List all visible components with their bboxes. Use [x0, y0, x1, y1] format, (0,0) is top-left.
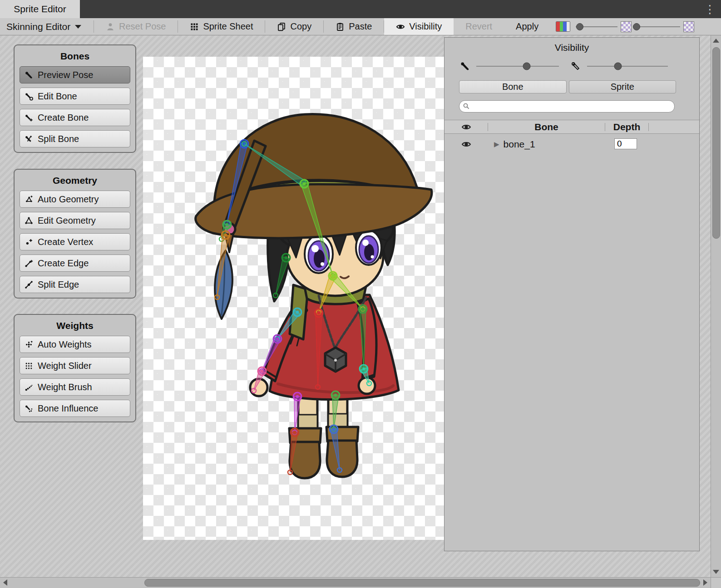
toolbar: Skinning Editor Reset Pose Sprite Sheet …: [0, 18, 721, 35]
split-bone-button[interactable]: Split Bone: [20, 130, 130, 147]
scroll-up-arrow-icon[interactable]: [713, 39, 719, 43]
weights-panel: Weights Auto Weights Weight Slider Weigh…: [14, 314, 136, 422]
horizontal-scroll-thumb[interactable]: [144, 579, 700, 587]
split-edge-button[interactable]: Split Edge: [20, 276, 130, 293]
slider-knob[interactable]: [633, 23, 640, 30]
auto-weights-button[interactable]: Auto Weights: [20, 336, 130, 353]
split-edge-icon: [25, 280, 33, 289]
vertical-scrollbar[interactable]: [711, 35, 721, 577]
paste-icon: [336, 22, 345, 31]
person-icon: [106, 22, 115, 31]
slider-track: [587, 66, 668, 67]
bone-visibility-eye-icon[interactable]: [461, 139, 471, 149]
expand-triangle-icon[interactable]: ▶: [494, 140, 499, 148]
scrollbar-corner: [711, 577, 721, 588]
create-bone-button[interactable]: Create Bone: [20, 109, 130, 126]
bones-overlay[interactable]: [143, 57, 444, 540]
auto-weights-icon: [25, 340, 33, 349]
edit-bone-icon: [25, 92, 33, 101]
bone-filled-icon: [460, 61, 470, 71]
scroll-right-arrow-icon[interactable]: [703, 579, 707, 586]
create-vertex-button[interactable]: Create Vertex: [20, 233, 130, 250]
toolbar-divider: [323, 20, 324, 33]
bone-gizmo-size-slider[interactable]: [476, 60, 559, 72]
preview-pose-button[interactable]: Preview Pose: [20, 66, 130, 83]
create-edge-button[interactable]: Create Edge: [20, 255, 130, 272]
visibility-panel: Visibility Bone Sprite Bo: [444, 37, 700, 551]
edit-geometry-button[interactable]: Edit Geometry: [20, 212, 130, 229]
depth-input[interactable]: [614, 138, 637, 149]
vertical-scroll-thumb[interactable]: [712, 47, 720, 239]
bones-panel-title: Bones: [20, 48, 130, 66]
slider-knob[interactable]: [614, 63, 622, 70]
bone-column-header: Bone: [488, 122, 605, 132]
reset-pose-button[interactable]: Reset Pose: [99, 18, 173, 35]
bone-outline-icon: [571, 61, 581, 71]
bone-influence-button[interactable]: Bone Influence: [20, 400, 130, 417]
chevron-down-icon: [75, 25, 81, 29]
sprite-sheet-label: Sprite Sheet: [203, 21, 253, 32]
toolbar-divider: [94, 20, 94, 33]
auto-geometry-button[interactable]: Auto Geometry: [20, 191, 130, 208]
sprite-gizmo-size-slider[interactable]: [587, 60, 668, 72]
search-icon: [463, 103, 470, 110]
create-vertex-icon: [25, 238, 33, 246]
bone-row[interactable]: ▶ bone_1: [444, 136, 699, 152]
tab-bar: Sprite Editor ⋮: [0, 0, 721, 18]
search-field[interactable]: [459, 100, 675, 113]
toolbar-divider: [178, 20, 178, 33]
mode-label: Skinning Editor: [6, 21, 70, 32]
create-bone-icon: [25, 113, 33, 122]
revert-button[interactable]: Revert: [458, 18, 499, 35]
table-header: Bone Depth: [444, 120, 699, 134]
tab-sprite-editor[interactable]: Sprite Editor: [0, 0, 80, 18]
depth-column-header: Depth: [605, 122, 648, 132]
alpha-checker-icon-2[interactable]: [683, 21, 694, 32]
weights-panel-title: Weights: [20, 318, 130, 336]
geometry-panel: Geometry Auto Geometry Edit Geometry Cre…: [14, 169, 136, 299]
tab-bone[interactable]: Bone: [459, 80, 567, 93]
slider-track: [635, 26, 680, 27]
brightness-slider[interactable]: [576, 22, 617, 32]
revert-label: Revert: [465, 21, 492, 32]
edit-bone-button[interactable]: Edit Bone: [20, 88, 130, 105]
paste-label: Paste: [349, 21, 372, 32]
overflow-menu-icon[interactable]: ⋮: [704, 2, 716, 16]
search-input[interactable]: [472, 101, 672, 112]
split-bone-icon: [25, 135, 33, 143]
alpha-slider[interactable]: [635, 22, 680, 32]
copy-label: Copy: [290, 21, 311, 32]
sprite-sheet-button[interactable]: Sprite Sheet: [183, 18, 260, 35]
geometry-panel-title: Geometry: [20, 172, 130, 191]
reset-pose-label: Reset Pose: [119, 21, 166, 32]
paste-button[interactable]: Paste: [328, 18, 379, 35]
eye-icon: [396, 22, 405, 31]
slider-knob[interactable]: [576, 23, 583, 30]
weight-slider-button[interactable]: Weight Slider: [20, 357, 130, 374]
weight-slider-icon: [25, 362, 33, 370]
preview-pose-icon: [25, 71, 33, 79]
auto-geometry-icon: [25, 195, 33, 204]
create-edge-icon: [25, 259, 33, 268]
visibility-button[interactable]: Visibility: [384, 18, 454, 35]
visibility-label: Visibility: [409, 21, 442, 32]
header-divider: [648, 123, 649, 131]
color-channels-icon[interactable]: [556, 21, 570, 32]
bone-influence-icon: [25, 404, 33, 413]
scroll-left-arrow-icon[interactable]: [3, 579, 7, 586]
skinning-editor-dropdown[interactable]: Skinning Editor: [0, 18, 94, 35]
scroll-down-arrow-icon[interactable]: [713, 570, 719, 574]
apply-label: Apply: [516, 21, 538, 32]
edit-geometry-icon: [25, 216, 33, 225]
apply-button[interactable]: Apply: [509, 18, 546, 35]
horizontal-scrollbar[interactable]: [0, 577, 711, 588]
grid-icon: [190, 22, 199, 31]
alpha-checker-icon[interactable]: [621, 21, 632, 32]
bones-panel: Bones Preview Pose Edit Bone Create Bone…: [14, 44, 136, 153]
slider-knob[interactable]: [523, 63, 531, 70]
tab-sprite[interactable]: Sprite: [569, 80, 677, 93]
weight-brush-icon: [25, 383, 33, 392]
bone-name[interactable]: bone_1: [504, 139, 535, 150]
weight-brush-button[interactable]: Weight Brush: [20, 378, 130, 396]
copy-button[interactable]: Copy: [270, 18, 319, 35]
